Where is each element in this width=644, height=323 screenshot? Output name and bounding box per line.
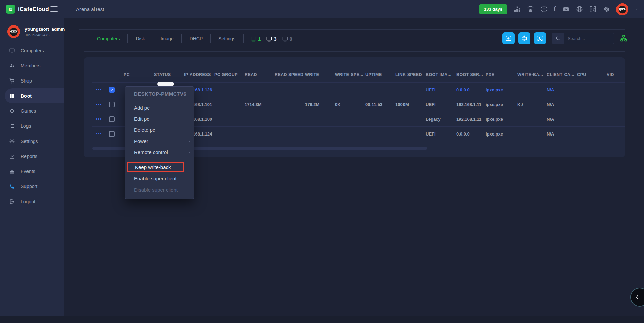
status-booting-pill (157, 82, 174, 86)
sidebar-user-block[interactable]: youngzsoft_admin 005193482475 (7, 25, 65, 38)
col-read-speed: READ SPEED (273, 67, 304, 82)
sidebar-item-events[interactable]: Events (0, 164, 64, 179)
cell-boot-image: UEFI (424, 126, 455, 141)
sidebar-item-label: Reports (21, 154, 37, 159)
tab-disk[interactable]: Disk (128, 36, 152, 41)
row-checkbox[interactable] (109, 116, 115, 122)
cell-pc-group (213, 97, 243, 112)
facebook-icon[interactable]: f (554, 5, 556, 13)
sidebar-item-label: Shop (21, 78, 32, 84)
context-menu-title: DESKTOP-PMMC7V6 (125, 87, 194, 100)
search-icon[interactable] (552, 33, 564, 44)
topbar: i2 iCafeCloud Arena aiTest 133 days f (0, 0, 644, 18)
tab-dhcp[interactable]: DHCP (182, 36, 211, 41)
brand[interactable]: i2 iCafeCloud (6, 0, 49, 18)
layers-icon[interactable] (602, 5, 610, 13)
sidebar-item-support[interactable]: Support (0, 179, 64, 194)
sidebar-item-label: Logs (21, 123, 31, 129)
cell-cpu (576, 112, 605, 126)
menu-item-label: Power (134, 138, 148, 144)
tab-computers[interactable]: Computers (89, 36, 127, 41)
discord-icon[interactable] (540, 5, 548, 13)
sidebar-item-boot[interactable]: Boot (5, 88, 64, 103)
sidebar-item-label: Computers (21, 48, 44, 53)
user-name: youngzsoft_admin (25, 26, 65, 32)
chevron-down-icon[interactable] (634, 7, 639, 12)
collapse-panel-button[interactable] (630, 288, 644, 307)
cell-select (108, 126, 122, 141)
cell-uptime (364, 112, 394, 126)
menu-item-keep-write-back[interactable]: Keep write-back (127, 162, 184, 172)
total-pc-count: 3 (274, 36, 276, 42)
cell-client-cache: N/A (545, 112, 576, 126)
row-checkbox[interactable] (109, 102, 115, 107)
offline-pc-counter[interactable]: 0 (282, 36, 292, 42)
menu-item-enable-super-client[interactable]: Enable super client (125, 173, 194, 184)
cell-uptime (364, 126, 394, 141)
sidebar-item-shop[interactable]: Shop (0, 73, 64, 88)
sidebar-item-settings[interactable]: Settings (0, 133, 64, 149)
user-avatar[interactable] (616, 3, 628, 15)
cell-boot-server: 0.0.0.0 (455, 126, 484, 141)
youtube-icon[interactable] (562, 5, 570, 13)
menu-item-remote-control[interactable]: Remote control (125, 147, 194, 158)
cell-write-speed (334, 82, 364, 97)
submenu-chevron-icon (187, 150, 191, 154)
table-header-row: PC STATUS IP ADDRESS PC GROUP READ READ … (92, 67, 625, 82)
menu-item-edit-pc[interactable]: Edit pc (125, 113, 194, 124)
cell-read (243, 112, 273, 126)
add-pc-button[interactable] (518, 32, 530, 44)
cell-vid (605, 82, 625, 97)
sidebar-item-label: Boot (21, 93, 32, 99)
tab-image[interactable]: Image (153, 36, 181, 41)
cell-pxe: ipxe.pxe (484, 112, 516, 126)
menu-item-power[interactable]: Power (125, 136, 194, 147)
sitemap-icon[interactable] (620, 34, 628, 42)
cell-write (304, 126, 334, 141)
monitor-icon (9, 48, 15, 54)
col-boot-server: BOOT SER... (455, 67, 484, 82)
page-title: Arena aiTest (76, 0, 104, 18)
scan-button[interactable] (534, 32, 546, 44)
cell-link-speed: 1000M (394, 97, 424, 112)
hamburger-menu-icon[interactable] (50, 6, 58, 12)
add-button[interactable] (502, 32, 515, 44)
cell-cpu (576, 82, 605, 97)
sidebar-item-members[interactable]: Members (0, 58, 64, 73)
ranking-icon[interactable] (513, 5, 521, 13)
gear-icon (9, 138, 15, 144)
sidebar-item-logs[interactable]: Logs (0, 118, 64, 133)
list-icon (9, 123, 15, 129)
col-pc: PC (122, 67, 153, 82)
sidebar-item-games[interactable]: Games (0, 103, 64, 118)
row-actions-icon[interactable] (94, 133, 106, 135)
sidebar-item-logout[interactable]: Logout (0, 194, 64, 209)
online-pc-counter[interactable]: 1 (250, 36, 261, 42)
icafe-logo-icon: i2 (6, 5, 15, 14)
row-checkbox[interactable] (109, 131, 115, 137)
menu-item-delete-pc[interactable]: Delete pc (125, 124, 194, 136)
trophy-icon[interactable] (527, 5, 534, 13)
monitor-plus-icon (521, 35, 528, 42)
license-days-badge[interactable]: 133 days (479, 4, 507, 14)
tab-settings[interactable]: Settings (211, 36, 243, 41)
games-icon (9, 108, 15, 114)
menu-item-add-pc[interactable]: Add pc (125, 102, 194, 113)
globe-icon[interactable] (576, 5, 583, 13)
total-pc-counter[interactable]: 3 (266, 36, 276, 42)
chevron-left-icon (634, 294, 641, 301)
row-actions-icon[interactable] (94, 104, 106, 105)
col-pc-group: PC GROUP (213, 67, 243, 82)
search-box (552, 33, 614, 44)
row-actions-icon[interactable] (94, 89, 106, 90)
windows-icon (9, 93, 15, 99)
search-input[interactable] (564, 36, 610, 41)
icafecloud-link-icon[interactable] (589, 5, 597, 13)
crown-icon (9, 168, 15, 174)
sidebar-item-computers[interactable]: Computers (0, 43, 64, 58)
sidebar-item-reports[interactable]: Reports (0, 149, 64, 164)
row-actions-icon[interactable] (94, 118, 106, 120)
row-checkbox[interactable] (109, 87, 115, 93)
cell-write-back (516, 112, 545, 126)
offline-pc-count: 0 (290, 36, 292, 42)
